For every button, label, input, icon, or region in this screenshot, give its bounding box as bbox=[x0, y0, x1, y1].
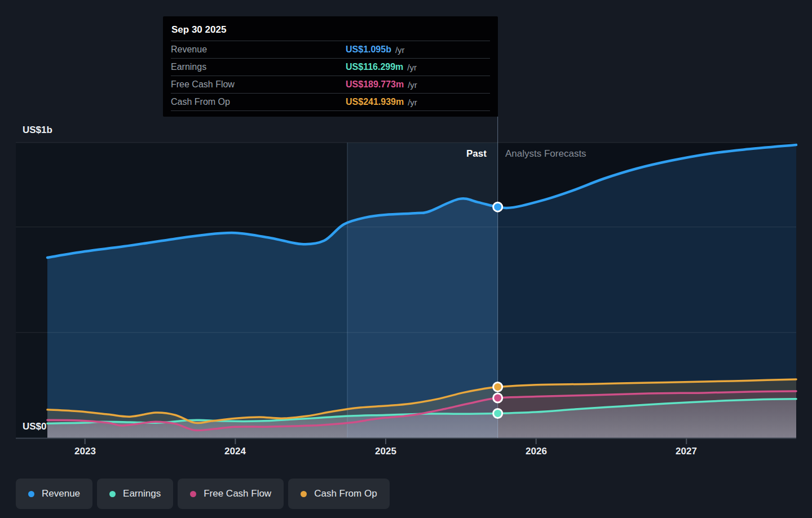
tooltip-label: Revenue bbox=[171, 45, 346, 55]
legend-item-earnings[interactable]: Earnings bbox=[97, 479, 173, 509]
tooltip-value: US$1.095b bbox=[346, 45, 391, 55]
cash-from-op-marker bbox=[493, 382, 502, 391]
legend-label: Revenue bbox=[42, 488, 80, 499]
past-label: Past bbox=[466, 148, 487, 160]
tooltip-label: Cash From Op bbox=[171, 97, 346, 107]
tooltip-value-suffix: /yr bbox=[395, 45, 405, 55]
tooltip-row-revenue: Revenue US$1.095b /yr bbox=[171, 41, 490, 58]
chart-legend: Revenue Earnings Free Cash Flow Cash Fro… bbox=[16, 479, 390, 509]
revenue-marker bbox=[493, 202, 502, 211]
free-cash-flow-marker bbox=[493, 393, 502, 402]
tooltip-value-suffix: /yr bbox=[408, 80, 417, 90]
tooltip-row-earnings: Earnings US$116.299m /yr bbox=[171, 58, 490, 76]
y-axis-zero-label: US$0 bbox=[23, 421, 47, 432]
revenue-dot-icon bbox=[28, 491, 34, 497]
legend-label: Earnings bbox=[123, 488, 161, 499]
earnings-dot-icon bbox=[109, 491, 116, 497]
free-cash-flow-dot-icon bbox=[190, 491, 196, 497]
x-tick-label-2027: 2027 bbox=[676, 446, 697, 457]
tooltip-value-suffix: /yr bbox=[407, 63, 417, 72]
x-tick-label-2026: 2026 bbox=[526, 446, 547, 457]
legend-item-free-cash-flow[interactable]: Free Cash Flow bbox=[178, 479, 284, 509]
hover-year-band bbox=[347, 143, 498, 438]
legend-label: Cash From Op bbox=[314, 488, 377, 499]
x-tick-label-2024: 2024 bbox=[224, 446, 246, 457]
analysts-forecasts-label: Analysts Forecasts bbox=[505, 148, 586, 160]
legend-label: Free Cash Flow bbox=[204, 488, 271, 499]
tooltip-row-free-cash-flow: Free Cash Flow US$189.773m /yr bbox=[171, 76, 490, 93]
tooltip-row-cash-from-op: Cash From Op US$241.939m /yr bbox=[171, 93, 490, 111]
earnings-revenue-growth-chart: US$1b US$0 Past Analysts Forecasts 2023 … bbox=[0, 0, 812, 518]
earnings-marker bbox=[493, 409, 502, 418]
tooltip-value: US$116.299m bbox=[346, 62, 403, 72]
tooltip-label: Free Cash Flow bbox=[171, 79, 346, 90]
legend-item-cash-from-op[interactable]: Cash From Op bbox=[288, 479, 389, 509]
chart-tooltip: Sep 30 2025 Revenue US$1.095b /yr Earnin… bbox=[163, 16, 498, 117]
x-tick-label-2023: 2023 bbox=[74, 446, 96, 457]
y-axis-max-label: US$1b bbox=[23, 125, 52, 136]
cash-from-op-dot-icon bbox=[301, 491, 307, 497]
legend-item-revenue[interactable]: Revenue bbox=[16, 479, 92, 509]
x-tick-label-2025: 2025 bbox=[375, 446, 396, 457]
tooltip-date: Sep 30 2025 bbox=[171, 22, 490, 41]
tooltip-value: US$241.939m bbox=[346, 97, 404, 107]
tooltip-label: Earnings bbox=[171, 62, 346, 72]
tooltip-value: US$189.773m bbox=[346, 79, 404, 90]
tooltip-value-suffix: /yr bbox=[408, 98, 417, 107]
